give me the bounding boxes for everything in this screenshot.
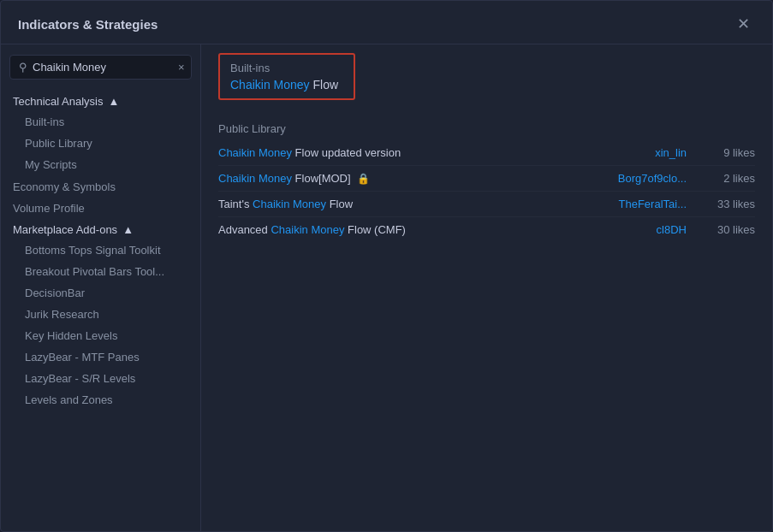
result-prefix: Advanced [218,223,271,236]
sidebar: ⚲ × Technical Analysis ▲ Built-ins Publi… [1,44,201,531]
sidebar-item-lazybear-sr[interactable]: LazyBear - S/R Levels [1,368,200,389]
result-likes: 33 likes [704,198,755,210]
sidebar-item-builtins[interactable]: Built-ins [1,111,200,133]
result-highlight: Chaikin Money [218,172,292,185]
result-name: Advanced Chaikin Money Flow (CMF) [218,223,584,236]
levels-zones-label: Levels and Zones [25,393,113,406]
search-input[interactable] [33,61,176,74]
lazybear-sr-label: LazyBear - S/R Levels [25,372,135,385]
sidebar-item-jurik[interactable]: Jurik Research [1,304,200,325]
result-author[interactable]: cl8DH [584,223,687,236]
builtins-highlighted-box: Built-ins Chaikin Money Flow [218,53,355,100]
search-clear-button[interactable]: × [176,61,187,74]
result-suffix: Flow updated version [292,146,401,159]
sidebar-section-technical-analysis[interactable]: Technical Analysis ▲ [1,90,200,111]
decisionbar-label: DecisionBar [25,287,85,299]
modal-title: Indicators & Strategies [18,17,158,32]
builtins-section: Built-ins Chaikin Money Flow [218,53,755,112]
result-highlight: Chaikin Money [271,223,344,236]
results-list: Chaikin Money Flow updated version xin_l… [218,140,755,242]
result-author[interactable]: Borg7of9clo... [584,172,687,185]
sidebar-item-bottoms-tops[interactable]: Bottoms Tops Signal Toolkit [1,239,200,261]
result-suffix: Flow[MOD] [292,172,351,185]
search-icon: ⚲ [19,61,27,74]
technical-analysis-label: Technical Analysis [13,95,104,108]
volume-profile-label: Volume Profile [13,202,85,215]
result-highlight: Chaikin Money [253,198,326,210]
result-suffix: Flow [326,198,353,210]
result-name: Chaikin Money Flow[MOD] 🔒 [218,172,584,185]
result-likes: 2 likes [704,172,755,185]
result-likes: 30 likes [704,223,755,236]
marketplace-arrow: ▲ [122,223,134,236]
sidebar-item-lazybear-mtf[interactable]: LazyBear - MTF Panes [1,346,200,368]
breakout-label: Breakout Pivotal Bars Tool... [25,265,164,278]
lock-icon: 🔒 [357,173,370,185]
close-button[interactable]: ✕ [732,15,755,33]
result-name: Chaikin Money Flow updated version [218,146,584,159]
sidebar-item-levels-zones[interactable]: Levels and Zones [1,389,200,411]
sidebar-item-key-hidden[interactable]: Key Hidden Levels [1,325,200,346]
bottoms-tops-label: Bottoms Tops Signal Toolkit [25,244,161,257]
result-row[interactable]: Chaikin Money Flow[MOD] 🔒 Borg7of9clo...… [218,166,755,192]
result-likes: 9 likes [704,146,755,159]
main-content: Built-ins Chaikin Money Flow Public Libr… [201,44,772,531]
search-box[interactable]: ⚲ × [9,55,192,80]
technical-analysis-arrow: ▲ [109,95,120,108]
sidebar-item-economy-symbols[interactable]: Economy & Symbols [1,175,200,197]
result-row[interactable]: Taint's Chaikin Money Flow TheFeralTai..… [218,192,755,217]
builtins-highlight-text: Chaikin Money [230,78,310,92]
result-prefix: Taint's [218,198,253,210]
indicators-strategies-modal: Indicators & Strategies ✕ ⚲ × Technical … [0,0,773,532]
key-hidden-label: Key Hidden Levels [25,329,117,342]
result-row[interactable]: Chaikin Money Flow updated version xin_l… [218,140,755,166]
economy-symbols-label: Economy & Symbols [13,180,116,193]
sidebar-item-breakout[interactable]: Breakout Pivotal Bars Tool... [1,261,200,282]
result-suffix: Flow (CMF) [344,223,406,236]
result-row[interactable]: Advanced Chaikin Money Flow (CMF) cl8DH … [218,217,755,242]
lazybear-mtf-label: LazyBear - MTF Panes [25,351,140,364]
sidebar-item-decisionbar[interactable]: DecisionBar [1,282,200,304]
result-name: Taint's Chaikin Money Flow [218,198,584,210]
result-author[interactable]: xin_lin [584,146,687,159]
builtins-rest-text: Flow [310,78,338,92]
jurik-label: Jurik Research [25,308,99,321]
builtins-item[interactable]: Chaikin Money Flow [230,78,343,92]
result-highlight: Chaikin Money [218,146,292,159]
public-library-section-label: Public Library [218,117,755,140]
my-scripts-label: My Scripts [25,158,77,171]
sidebar-section-marketplace[interactable]: Marketplace Add-ons ▲ [1,218,200,239]
modal-body: ⚲ × Technical Analysis ▲ Built-ins Publi… [1,44,772,531]
builtins-box-label: Built-ins [230,62,343,74]
builtins-label: Built-ins [25,115,64,128]
sidebar-item-my-scripts[interactable]: My Scripts [1,154,200,175]
sidebar-item-volume-profile[interactable]: Volume Profile [1,197,200,218]
public-library-label: Public Library [25,137,92,150]
modal-header: Indicators & Strategies ✕ [1,1,772,44]
sidebar-item-public-library[interactable]: Public Library [1,133,200,154]
marketplace-label: Marketplace Add-ons [13,223,117,236]
result-author[interactable]: TheFeralTai... [584,198,687,210]
